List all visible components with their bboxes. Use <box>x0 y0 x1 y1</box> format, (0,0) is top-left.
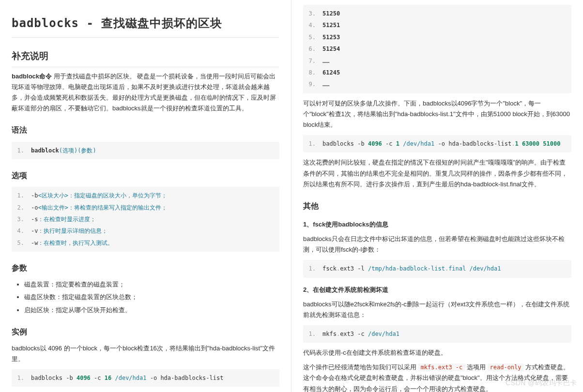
sub1-body: badblocks只会在日志文件中标记出坏道的信息，但若希望在检测磁盘时也能跳过… <box>303 234 571 255</box>
right-p1: 可以针对可疑的区块多做几次操作。下面，badblocks以4096字节为一个"b… <box>303 98 571 130</box>
sub2-title: 2、在创建文件系统前检测坏道 <box>303 285 571 295</box>
right-p2: 这次花费的时间比较短，硬盘在指定的情况下在很短的时间就产生"嘎嘎嘎嘎"的响声。由… <box>303 157 571 189</box>
section-supplement: 补充说明 <box>12 48 279 67</box>
section-options: 选项 <box>12 169 279 182</box>
section-params: 参数 <box>12 261 279 274</box>
left-column: badblocks - 查找磁盘中损坏的区块 补充说明 badblock命令 用… <box>0 0 292 392</box>
inline-code-readonly: read-only <box>488 363 524 371</box>
fsck-code: 1.fsck.ext3 -l /tmp/hda-badblock-list.fi… <box>303 260 571 277</box>
end-p1: 代码表示使用-c在创建文件系统前检查坏道的硬盘。 <box>303 347 571 358</box>
sub2-body: badblocks可以随e2fsck和mke2fs的-c删除一起运行（对ext3… <box>303 299 571 320</box>
cat-list-code-cont: 3.51250 4.51251 5.51253 6.51254 7.…… 8.6… <box>303 5 571 93</box>
syntax-code: 1.badblock(选项)(参数) <box>12 142 279 159</box>
section-example: 实例 <box>12 325 279 338</box>
inline-code-mkfs: mkfs.ext3 -c <box>418 363 465 371</box>
params-list: 磁盘装置：指定要检查的磁盘装置； 磁盘区块数：指定磁盘装置的区块总数； 启始区块… <box>12 279 279 315</box>
supplement-body: badblock命令 用于查找磁盘中损坏的区块。 硬盘是一个损耗设备，当使用一段… <box>12 71 279 114</box>
section-syntax: 语法 <box>12 123 279 136</box>
options-code: 1.-b<区块大小>：指定磁盘的区块大小，单位为字节； 2.-o<输出文件>：将… <box>12 187 279 252</box>
watermark: CSDN @码农玛卡巴卡 <box>506 377 577 389</box>
page-title: badblocks - 查找磁盘中损坏的区块 <box>12 14 279 38</box>
example-code-2: 1.badblocks -b 4096 -c 1 /dev/hda1 -o hd… <box>303 135 571 152</box>
example-code-1: 1.badblocks -b 4096 -c 16 /dev/hda1 -o h… <box>12 369 279 387</box>
right-column: 3.51250 4.51251 5.51253 6.51254 7.…… 8.6… <box>292 0 583 392</box>
sub1-title: 1、fsck使用badblocks的信息 <box>303 219 571 230</box>
example-intro: badblocks以 4096 的一个block，每一个block检查16次，将… <box>12 343 279 364</box>
mkfs-code: 1.mkfs.ext3 -c /dev/hda1 <box>303 325 571 343</box>
section-other: 其他 <box>303 199 571 212</box>
